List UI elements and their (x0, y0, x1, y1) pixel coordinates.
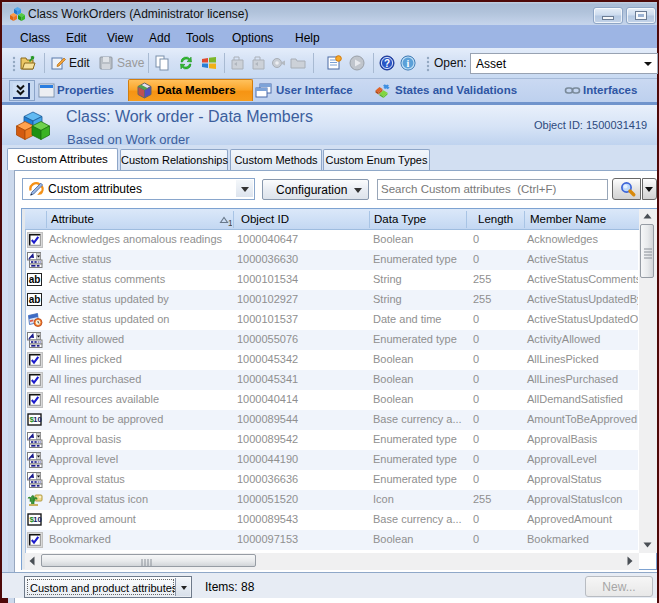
svg-text:10: 10 (33, 515, 41, 524)
svg-text:?: ? (384, 58, 390, 69)
svg-text:10: 10 (33, 415, 41, 424)
svg-text:i: i (407, 58, 410, 69)
svg-text:ab: ab (29, 294, 41, 305)
svg-text:ab: ab (29, 274, 41, 285)
svg-text:1: 1 (228, 218, 232, 227)
